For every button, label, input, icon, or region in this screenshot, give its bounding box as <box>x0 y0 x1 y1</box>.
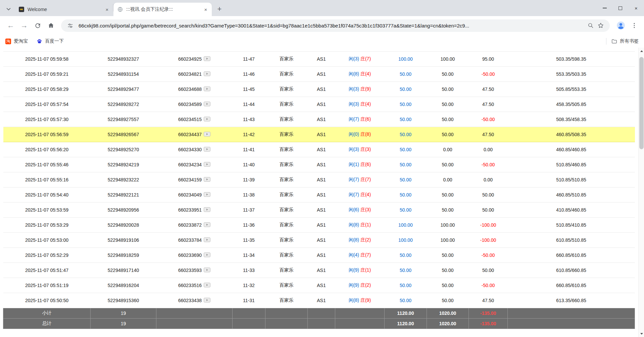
table-row[interactable]: 2025-11-07 05:59:21 522948931154 6602348… <box>3 67 635 82</box>
profile-button[interactable] <box>615 20 627 31</box>
site-info-button[interactable] <box>65 20 75 31</box>
subtotal-row: 小计 19 1120.00 1020.00 -135.00 <box>3 308 635 319</box>
table-row[interactable]: 2025-11-07 05:59:58 522948932327 6602349… <box>3 52 635 67</box>
cell-bet-amount[interactable]: 50.00 <box>385 142 427 157</box>
cell-bet-amount[interactable]: 50.00 <box>385 172 427 187</box>
tab-search-button[interactable] <box>3 4 13 14</box>
replay-video-icon[interactable] <box>204 283 210 288</box>
table-row[interactable]: 2025-11-07 05:51:47 522948917140 6602335… <box>3 263 635 278</box>
avatar-icon <box>616 21 625 30</box>
replay-video-icon[interactable] <box>204 102 210 107</box>
scroll-down-arrow[interactable] <box>639 331 644 336</box>
replay-video-icon[interactable] <box>204 268 210 273</box>
table-row[interactable]: 2025-11-07 05:51:19 522948916204 6602335… <box>3 278 635 293</box>
replay-video-icon[interactable] <box>204 117 210 122</box>
url-bar[interactable]: 66cxkj98.com/ipl/portal.php/game/betreco… <box>61 19 610 32</box>
replay-video-icon[interactable] <box>204 56 210 62</box>
table-row[interactable]: 2025-11-07 05:55:16 522948923222 6602341… <box>3 172 635 187</box>
cell-bet-amount[interactable]: 50.00 <box>385 293 427 308</box>
replay-video-icon[interactable] <box>204 298 210 303</box>
table-row[interactable]: 2025-11-07 05:50:50 522948915360 6602334… <box>3 293 635 308</box>
cell-valid-amount: 50.00 <box>427 187 469 203</box>
minimize-button[interactable] <box>597 0 612 16</box>
cell-game-type: 百家乐 <box>265 142 308 157</box>
cell-bet-amount[interactable]: 50.00 <box>385 127 427 142</box>
cell-bet-amount[interactable]: 50.00 <box>385 82 427 97</box>
tab-bet-records[interactable]: :::视讯 会员下注纪录::: × <box>113 3 212 16</box>
cell-table-name: AS1 <box>308 52 335 67</box>
table-row[interactable]: 2025-11-07 05:53:00 522948919106 6602337… <box>3 233 635 248</box>
tab-close-icon[interactable]: × <box>202 6 209 13</box>
browser-toolbar: ← → 66cxkj98.com/ipl/portal.php/game/bet… <box>0 16 644 35</box>
page-scrollbar[interactable] <box>638 48 644 337</box>
replay-video-icon[interactable] <box>204 147 210 153</box>
window-controls: × <box>597 0 644 16</box>
cell-bet-amount[interactable]: 50.00 <box>385 157 427 172</box>
replay-video-icon[interactable] <box>204 132 210 137</box>
reload-button[interactable] <box>31 19 44 32</box>
bookmark-baidu[interactable]: 百度一下 <box>37 37 64 46</box>
cell-bet-content: 闲(7) 庄(4) <box>335 187 385 203</box>
table-row[interactable]: 2025-11-07 05:57:54 522948928272 6602345… <box>3 97 635 112</box>
folder-icon <box>611 38 617 45</box>
cell-bet-amount[interactable]: 50.00 <box>385 187 427 203</box>
back-button[interactable]: ← <box>4 19 17 32</box>
cell-time: 2025-11-07 05:56:59 <box>3 127 91 142</box>
zoom-button[interactable] <box>586 20 596 31</box>
replay-video-icon[interactable] <box>204 207 210 213</box>
cell-bet-amount[interactable]: 50.00 <box>385 112 427 127</box>
bookmark-taobao[interactable]: 淘 爱淘宝 <box>5 37 28 46</box>
cell-bet-amount[interactable]: 50.00 <box>385 97 427 112</box>
replay-video-icon[interactable] <box>204 87 210 92</box>
cell-order-number: 522948925270 <box>91 142 156 157</box>
forward-button[interactable]: → <box>17 19 31 32</box>
table-row[interactable]: 2025-11-07 05:58:29 522948929477 6602346… <box>3 82 635 97</box>
cell-valid-amount: 50.00 <box>427 97 469 112</box>
cell-bet-amount[interactable]: 50.00 <box>385 67 427 82</box>
chevron-down-icon <box>6 8 11 11</box>
replay-video-icon[interactable] <box>204 192 210 198</box>
all-bookmarks-button[interactable]: 所有书签 <box>611 38 639 45</box>
close-button[interactable]: × <box>628 0 644 16</box>
cell-bet-amount[interactable]: 100.00 <box>385 52 427 67</box>
table-row[interactable]: 2025-11-07 05:55:46 522948924219 6602342… <box>3 157 635 172</box>
tab-close-icon[interactable]: × <box>104 6 110 13</box>
cell-table-name: AS1 <box>308 187 335 203</box>
cell-bet-amount[interactable]: 100.00 <box>385 218 427 233</box>
cell-bet-amount[interactable]: 50.00 <box>385 278 427 293</box>
cell-bet-content: 闲(3) 庄(7) <box>335 52 385 67</box>
replay-video-icon[interactable] <box>204 162 210 168</box>
table-row[interactable]: 2025-11-07 05:53:29 522948920028 6602338… <box>3 218 635 233</box>
cell-empty <box>233 319 265 329</box>
table-row[interactable]: 2025-11-07 05:52:29 522948918259 6602336… <box>3 248 635 263</box>
cell-bet-amount[interactable]: 50.00 <box>385 248 427 263</box>
table-row[interactable]: 2025-11-07 05:53:59 522948920956 6602339… <box>3 203 635 218</box>
table-row[interactable]: 2025-11-07 05:56:59 522948926567 6602344… <box>3 127 635 142</box>
table-row[interactable]: 2025-11-07 05:54:40 522948922121 6602340… <box>3 187 635 203</box>
cell-bet-amount[interactable]: 100.00 <box>385 233 427 248</box>
new-tab-button[interactable]: + <box>214 4 225 14</box>
replay-video-icon[interactable] <box>204 237 210 243</box>
cell-empty <box>265 308 308 319</box>
cell-bet-amount[interactable]: 50.00 <box>385 203 427 218</box>
cell-balance: 460.85/508.35 <box>508 127 635 142</box>
url-text[interactable]: 66cxkj98.com/ipl/portal.php/game/betreco… <box>79 23 586 29</box>
home-button[interactable] <box>44 19 58 32</box>
scrollbar-thumb[interactable] <box>639 57 644 149</box>
table-row[interactable]: 2025-11-07 05:56:20 522948925270 6602343… <box>3 142 635 157</box>
cell-balance: 410.85/460.85 <box>508 203 635 218</box>
scroll-up-arrow[interactable] <box>639 48 644 54</box>
replay-video-icon[interactable] <box>204 222 210 228</box>
cell-bet-amount[interactable]: 50.00 <box>385 263 427 278</box>
maximize-button[interactable] <box>612 0 628 16</box>
browser-menu-button[interactable] <box>629 20 640 31</box>
cell-win-loss: 47.50 <box>469 97 508 112</box>
replay-video-icon[interactable] <box>204 177 210 183</box>
cell-win-loss: -50.00 <box>469 157 508 172</box>
table-row[interactable]: 2025-11-07 05:57:30 522948927557 6602345… <box>3 112 635 127</box>
tab-welcome[interactable]: Welcome × <box>15 3 113 16</box>
replay-video-icon[interactable] <box>204 252 210 258</box>
bet-banker: 庄(4) <box>360 101 371 107</box>
bookmark-star-button[interactable] <box>596 20 606 31</box>
replay-video-icon[interactable] <box>204 71 210 77</box>
